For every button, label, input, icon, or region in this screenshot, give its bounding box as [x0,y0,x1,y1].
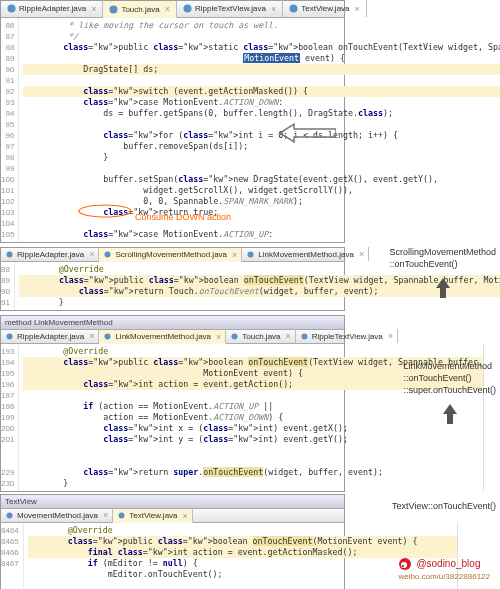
tab-label: TextView.java [301,4,349,13]
svg-point-3 [290,5,298,13]
tab-label: RippleTextView.java [312,332,383,341]
callstack-label-3: LinkMovementMethod ::onTouchEvent() ::su… [403,360,496,428]
close-icon[interactable]: × [388,331,393,341]
tab-textview[interactable]: TextView.java× [113,509,193,523]
tab-linkmovement[interactable]: LinkMovementMethod.java× [99,330,226,344]
tab-bar-1: RippleAdapter.java× Touch.java× RippleTe… [1,1,344,18]
close-icon[interactable]: × [183,511,188,521]
tab-rippletextview[interactable]: RippleTextView.java× [177,0,283,17]
circle-mark-icon [77,204,133,218]
editor-panel-2: RippleAdapter.java× ScrollingMovementMet… [0,247,345,311]
svg-point-16 [402,565,404,567]
tab-rippleadapter[interactable]: RippleAdapter.java× [1,329,99,343]
label-line: LinkMovementMethod [403,360,496,372]
arrow-left-icon [280,122,336,144]
java-file-icon [230,332,239,341]
label-line: ::super.onTouchEvent() [403,384,496,396]
arrow-up-icon [431,276,455,300]
tab-label: Touch.java [121,5,159,14]
line-gutter: 8464846584668467847984808481 [1,523,24,589]
tab-bar-2: RippleAdapter.java× ScrollingMovementMet… [1,248,344,262]
java-file-icon [103,332,112,341]
svg-point-9 [105,334,111,340]
svg-point-2 [183,5,191,13]
tab-label: RippleAdapter.java [17,250,84,259]
java-file-icon [7,4,16,13]
close-icon[interactable]: × [232,250,237,260]
tab-label: RippleAdapter.java [17,332,84,341]
java-file-icon [289,4,298,13]
tab-bar-4: MovementMethod.java× TextView.java× [1,509,344,523]
svg-point-5 [7,251,13,257]
tab-label: LinkMovementMethod.java [258,250,354,259]
java-file-icon [300,332,309,341]
java-file-icon [246,250,255,259]
java-file-icon [5,332,14,341]
tab-scrolling[interactable]: ScrollingMovementMethod.java× [99,248,242,262]
tab-bar-3: RippleAdapter.java× LinkMovementMethod.j… [1,330,344,344]
close-icon[interactable]: × [355,4,360,14]
svg-point-12 [7,512,13,518]
svg-point-6 [105,252,111,258]
java-file-icon [5,250,14,259]
tab-label: RippleTextView.java [195,4,266,13]
svg-point-15 [401,562,407,568]
close-icon[interactable]: × [103,510,108,520]
svg-point-10 [232,333,238,339]
svg-point-13 [119,513,125,519]
tab-label: RippleAdapter.java [19,4,86,13]
watermark-url: weibo.com/u/3822886122 [398,571,490,583]
svg-point-1 [110,5,118,13]
java-file-icon [5,511,14,520]
arrow-up-icon [438,402,462,426]
watermark: @sodino_blog weibo.com/u/3822886122 [398,557,490,583]
tab-label: MovementMethod.java [17,511,98,520]
tab-touch[interactable]: Touch.java× [226,329,296,343]
code-area-2[interactable]: 88899091 @Override class="kw">public cla… [1,262,344,310]
line-gutter: 8687888990919293949596979899100101102103… [1,18,19,242]
label-line: ScrollingMovementMethod [389,246,496,258]
java-file-icon [103,250,112,259]
tab-label: ScrollingMovementMethod.java [115,250,227,259]
label-line: ::onTouchEvent() [403,372,496,384]
annotation-consume-down: Consume DOWN action [135,212,231,222]
close-icon[interactable]: × [91,4,96,14]
pane-sub-header: TextView [1,495,344,509]
pane-sub-header: method LinkMovementMethod [1,316,344,330]
java-file-icon [183,4,192,13]
tab-label: TextView.java [129,511,177,520]
close-icon[interactable]: × [216,332,221,342]
tab-label: Touch.java [242,332,280,341]
tab-rippleadapter[interactable]: RippleAdapter.java× [1,0,103,17]
java-file-icon [117,511,126,520]
tab-rippletextview[interactable]: RippleTextView.java× [296,329,398,343]
svg-point-4 [79,205,131,217]
svg-point-8 [7,333,13,339]
tab-movementmethod[interactable]: MovementMethod.java× [1,508,113,522]
close-icon[interactable]: × [271,4,276,14]
close-icon[interactable]: × [89,249,94,259]
editor-panel-3: method LinkMovementMethod RippleAdapter.… [0,315,345,492]
code-area-3[interactable]: 193194195196197198199200201229230 @Overr… [1,344,344,491]
tab-textview[interactable]: TextView.java× [283,0,367,17]
label-line: ::onTouchEvent() [389,258,496,270]
close-icon[interactable]: × [359,249,364,259]
svg-point-0 [8,5,16,13]
watermark-user: @sodino_blog [416,558,480,570]
tab-touch[interactable]: Touch.java× [103,1,177,18]
svg-point-11 [301,333,307,339]
callstack-label-2: ScrollingMovementMethod ::onTouchEvent() [389,246,496,302]
close-icon[interactable]: × [165,4,170,14]
code-lines: @Override class="kw">public class="kw">b… [24,523,458,589]
tab-label: LinkMovementMethod.java [115,332,211,341]
line-gutter: 193194195196197198199200201229230 [1,344,19,491]
close-icon[interactable]: × [286,331,291,341]
tab-linkmovement[interactable]: LinkMovementMethod.java× [242,247,369,261]
tab-rippleadapter[interactable]: RippleAdapter.java× [1,247,99,261]
close-icon[interactable]: × [89,331,94,341]
label-line: TextView::onTouchEvent() [392,500,496,512]
svg-point-7 [248,251,254,257]
weibo-icon [398,557,412,571]
line-gutter: 88899091 [1,262,15,310]
code-area-4[interactable]: 8464846584668467847984808481 @Override c… [1,523,344,589]
